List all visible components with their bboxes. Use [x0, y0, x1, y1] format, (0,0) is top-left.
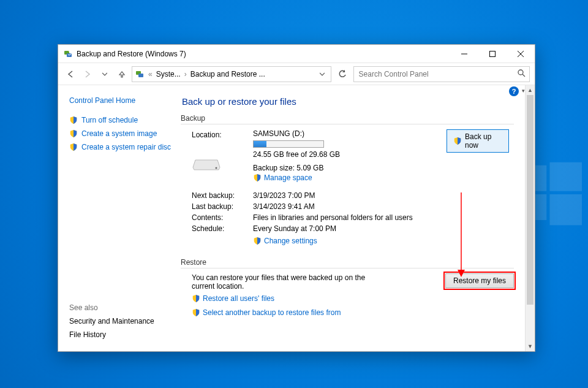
svg-point-12 — [518, 70, 523, 75]
backup-size-label: Backup size: 5.09 GB — [253, 164, 447, 172]
close-button[interactable] — [507, 45, 535, 63]
backup-now-label: Back up now — [465, 132, 502, 150]
shield-icon — [69, 129, 78, 138]
last-backup-label: Last backup: — [192, 202, 253, 211]
last-backup-value: 3/14/2023 9:41 AM — [253, 202, 514, 211]
manage-space-link[interactable]: Manage space — [253, 173, 312, 182]
free-space-label: 24.55 GB free of 29.68 GB — [253, 150, 447, 159]
location-icon — [135, 69, 145, 79]
shield-icon — [453, 137, 462, 145]
breadcrumb-1[interactable]: Syste... — [156, 70, 181, 78]
svg-line-13 — [522, 74, 525, 77]
restore-description: You can restore your files that were bac… — [192, 273, 388, 291]
recent-locations-button[interactable] — [97, 67, 112, 82]
backup-details-col: SAMSUNG (D:) 24.55 GB free of 29.68 GB B… — [253, 129, 447, 184]
change-settings-label: Change settings — [264, 237, 317, 245]
backup-section-header: Backup — [181, 114, 514, 124]
maximize-button[interactable] — [478, 45, 507, 63]
select-another-backup-label: Select another backup to restore files f… — [203, 308, 341, 317]
refresh-button[interactable] — [334, 66, 351, 82]
create-system-image-label: Create a system image — [81, 129, 157, 138]
left-pane: Control Panel Home Turn off schedule Cre… — [58, 85, 181, 351]
window-body: Control Panel Home Turn off schedule Cre… — [58, 85, 535, 351]
search-input[interactable] — [358, 69, 517, 79]
minimize-button[interactable] — [450, 45, 478, 63]
page-title: Back up or restore your files — [182, 96, 514, 107]
location-name: SAMSUNG (D:) — [253, 129, 447, 138]
svg-point-14 — [216, 167, 217, 169]
turn-off-schedule-label: Turn off schedule — [81, 116, 138, 124]
shield-icon — [192, 308, 200, 317]
file-history-link[interactable]: File History — [69, 330, 172, 339]
restore-all-users-label: Restore all users' files — [203, 294, 274, 303]
restore-all-users-link[interactable]: Restore all users' files — [192, 294, 274, 303]
restore-my-files-button[interactable]: Restore my files — [445, 273, 514, 288]
control-panel-home-link[interactable]: Control Panel Home — [69, 96, 172, 105]
svg-rect-11 — [138, 74, 143, 77]
window-controls — [450, 45, 535, 63]
location-label: Location: — [192, 131, 253, 139]
window-title: Backup and Restore (Windows 7) — [77, 50, 450, 58]
see-also-heading: See also — [69, 303, 172, 312]
address-dropdown-icon[interactable] — [316, 70, 328, 78]
backup-now-button[interactable]: Back up now — [447, 129, 509, 153]
turn-off-schedule-link[interactable]: Turn off schedule — [69, 116, 172, 124]
breadcrumb-sep-icon: › — [183, 70, 188, 78]
breadcrumb-sep-icon: « — [147, 70, 154, 78]
search-icon[interactable] — [517, 69, 526, 79]
forward-button[interactable] — [80, 67, 95, 82]
restore-text-col: You can restore your files that were bac… — [192, 273, 435, 319]
scroll-up-button[interactable]: ▲ — [526, 85, 535, 95]
address-bar[interactable]: « Syste... › Backup and Restore ... — [132, 66, 331, 82]
restore-section-header: Restore — [181, 258, 514, 268]
change-settings-link[interactable]: Change settings — [253, 237, 317, 245]
svg-rect-3 — [550, 194, 582, 225]
drive-icon — [192, 154, 221, 173]
next-backup-value: 3/19/2023 7:00 PM — [253, 191, 514, 200]
shield-icon — [192, 294, 200, 303]
search-bar[interactable] — [353, 66, 530, 82]
app-icon — [63, 49, 73, 59]
main-pane: ? ▾ Back up or restore your files Backup… — [181, 85, 525, 351]
shield-icon — [69, 143, 78, 151]
restore-action-col: Restore my files — [445, 273, 514, 288]
scroll-down-button[interactable]: ▼ — [526, 341, 535, 351]
create-system-image-link[interactable]: Create a system image — [69, 129, 172, 138]
backup-location-col: Location: — [192, 129, 253, 173]
backup-restore-window: Backup and Restore (Windows 7) — [58, 44, 535, 352]
up-button[interactable] — [115, 67, 129, 82]
disk-usage-bar — [253, 140, 324, 148]
security-maintenance-link[interactable]: Security and Maintenance — [69, 317, 172, 325]
contents-value: Files in libraries and personal folders … — [253, 213, 514, 222]
scroll-track[interactable] — [526, 95, 535, 341]
shield-icon — [253, 237, 262, 245]
backup-info-table: Next backup: 3/19/2023 7:00 PM Last back… — [181, 191, 514, 247]
svg-rect-7 — [490, 51, 496, 56]
backup-action-col: Back up now — [447, 129, 514, 153]
titlebar[interactable]: Backup and Restore (Windows 7) — [58, 45, 535, 63]
back-button[interactable] — [63, 67, 78, 82]
create-repair-disc-label: Create a system repair disc — [81, 143, 171, 151]
shield-icon — [69, 116, 78, 124]
scroll-thumb[interactable] — [527, 95, 533, 305]
create-repair-disc-link[interactable]: Create a system repair disc — [69, 143, 172, 151]
breadcrumb-2[interactable]: Backup and Restore ... — [190, 70, 265, 78]
help-dropdown-icon[interactable]: ▾ — [522, 88, 525, 94]
select-another-backup-link[interactable]: Select another backup to restore files f… — [192, 308, 341, 317]
contents-label: Contents: — [192, 213, 253, 222]
svg-rect-1 — [550, 162, 582, 191]
schedule-label: Schedule: — [192, 224, 253, 233]
shield-icon — [253, 173, 262, 182]
next-backup-label: Next backup: — [192, 191, 253, 200]
schedule-value: Every Sunday at 7:00 PM — [253, 224, 514, 233]
restore-block: You can restore your files that were bac… — [181, 273, 514, 319]
help-button[interactable]: ? — [509, 86, 519, 96]
navigation-bar: « Syste... › Backup and Restore ... — [58, 63, 535, 85]
vertical-scrollbar[interactable]: ▲ ▼ — [525, 85, 535, 351]
backup-block: Location: SAMSUNG (D:) 24.55 GB free of … — [181, 129, 514, 184]
manage-space-label: Manage space — [264, 173, 312, 182]
